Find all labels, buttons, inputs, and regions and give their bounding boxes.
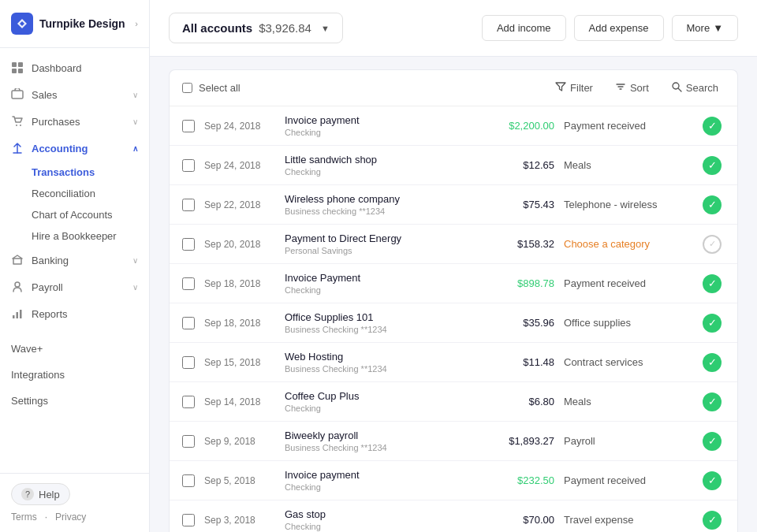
transaction-amount: $898.78	[483, 277, 554, 289]
status-verified-icon: ✓	[703, 117, 722, 136]
row-checkbox[interactable]	[182, 435, 195, 448]
transaction-category[interactable]: Choose a category	[564, 238, 690, 250]
table-row[interactable]: Sep 20, 2018 Payment to Direct Energy Pe…	[170, 225, 737, 264]
sidebar-header[interactable]: Turnpike Design ›	[0, 0, 149, 48]
row-checkbox[interactable]	[182, 396, 195, 408]
search-button[interactable]: Search	[665, 78, 725, 98]
sidebar-integrations[interactable]: Integrations	[11, 364, 138, 385]
transaction-amount: $1,893.27	[483, 435, 554, 447]
table-row[interactable]: Sep 24, 2018 Little sandwich shop Checki…	[170, 146, 737, 185]
select-all-checkbox[interactable]	[182, 83, 192, 93]
row-checkbox[interactable]	[182, 159, 195, 172]
row-checkbox[interactable]	[182, 474, 195, 487]
sidebar-chevron-icon: ›	[135, 19, 138, 28]
transaction-category: Payment received	[564, 474, 690, 486]
row-checkbox[interactable]	[182, 514, 195, 526]
main-content: All accounts $3,926.84 ▼ Add income Add …	[150, 0, 757, 532]
transaction-details: Biweekly payroll Business Checking **123…	[285, 430, 474, 452]
table-row[interactable]: Sep 24, 2018 Invoice payment Checking $2…	[170, 106, 737, 146]
banking-icon	[11, 254, 24, 266]
account-selector[interactable]: All accounts $3,926.84 ▼	[169, 13, 343, 43]
transaction-name: Little sandwich shop	[285, 154, 474, 166]
table-row[interactable]: Sep 3, 2018 Gas stop Checking $70.00 Tra…	[170, 500, 737, 532]
banking-chevron-icon: ∨	[132, 256, 138, 265]
terms-link[interactable]: Terms	[11, 512, 37, 523]
add-expense-button[interactable]: Add expense	[574, 15, 664, 41]
table-row[interactable]: Sep 9, 2018 Biweekly payroll Business Ch…	[170, 422, 737, 461]
help-button[interactable]: ? Help	[11, 483, 70, 505]
sort-button[interactable]: Sort	[609, 78, 655, 98]
sidebar-item-banking[interactable]: Banking ∨	[0, 247, 149, 273]
row-checkbox[interactable]	[182, 120, 195, 132]
sidebar-wave-plus[interactable]: Wave+	[11, 338, 138, 359]
sidebar-item-transactions[interactable]: Transactions	[32, 162, 149, 183]
svg-rect-2	[12, 69, 17, 73]
transaction-category: Telephone - wireless	[564, 199, 690, 210]
transaction-category: Travel expense	[564, 514, 690, 526]
status-verified-icon: ✓	[703, 432, 722, 451]
transaction-date: Sep 18, 2018	[204, 318, 275, 329]
table-row[interactable]: Sep 18, 2018 Invoice Payment Checking $8…	[170, 264, 737, 303]
transaction-name: Payment to Direct Energy	[285, 233, 474, 244]
accounting-icon	[11, 142, 24, 154]
transaction-amount: $35.96	[483, 317, 554, 329]
select-all-control[interactable]: Select all	[182, 82, 241, 94]
row-checkbox[interactable]	[182, 199, 195, 211]
transaction-details: Office Supplies 101 Business Checking **…	[285, 311, 474, 334]
transaction-status: ✓	[699, 353, 725, 372]
transaction-name: Gas stop	[285, 508, 474, 520]
more-label: More	[687, 22, 710, 34]
reports-icon	[11, 307, 24, 320]
more-button[interactable]: More ▼	[672, 15, 739, 41]
account-name: All accounts	[182, 21, 252, 35]
table-row[interactable]: Sep 22, 2018 Wireless phone company Busi…	[170, 185, 737, 225]
table-row[interactable]: Sep 5, 2018 Invoice payment Checking $23…	[170, 461, 737, 500]
add-income-button[interactable]: Add income	[482, 15, 566, 41]
transaction-status: ✓	[699, 274, 725, 293]
transaction-amount: $232.50	[483, 474, 554, 486]
status-verified-icon: ✓	[703, 353, 722, 372]
transactions-container: Select all Filter Sort	[150, 57, 757, 532]
sidebar-item-reconciliation[interactable]: Reconciliation	[32, 183, 149, 204]
sidebar-item-sales[interactable]: Sales ∨	[0, 81, 149, 108]
sidebar-item-accounting[interactable]: Accounting ∧	[0, 135, 149, 162]
transaction-details: Payment to Direct Energy Personal Saving…	[285, 233, 474, 255]
transaction-status: ✓	[699, 117, 725, 136]
sidebar-item-payroll[interactable]: Payroll ∨	[0, 273, 149, 300]
status-pending-icon: ✓	[703, 235, 722, 254]
row-checkbox[interactable]	[182, 277, 195, 290]
more-chevron-icon: ▼	[713, 22, 723, 34]
transaction-amount: $11.48	[483, 356, 554, 368]
sidebar-settings[interactable]: Settings	[11, 390, 138, 411]
transaction-account: Checking	[285, 482, 474, 492]
table-row[interactable]: Sep 15, 2018 Web Hosting Business Checki…	[170, 343, 737, 382]
sidebar-item-chart-of-accounts[interactable]: Chart of Accounts	[32, 204, 149, 225]
account-selector-chevron-icon: ▼	[321, 24, 330, 33]
transaction-status: ✓	[699, 156, 725, 175]
dashboard-icon	[11, 61, 24, 74]
privacy-link[interactable]: Privacy	[55, 512, 86, 523]
transaction-status: ✓	[699, 235, 725, 254]
transaction-name: Invoice payment	[285, 469, 474, 481]
sidebar-item-hire-bookkeeper[interactable]: Hire a Bookkeeper	[32, 225, 149, 247]
transaction-date: Sep 24, 2018	[204, 121, 275, 132]
row-checkbox[interactable]	[182, 238, 195, 251]
sidebar-item-dashboard[interactable]: Dashboard	[0, 54, 149, 81]
row-checkbox[interactable]	[182, 356, 195, 369]
status-verified-icon: ✓	[703, 392, 722, 411]
table-row[interactable]: Sep 14, 2018 Coffee Cup Plus Checking $6…	[170, 382, 737, 422]
sidebar-item-reports[interactable]: Reports	[0, 300, 149, 327]
svg-rect-10	[20, 310, 22, 318]
sidebar-item-purchases[interactable]: Purchases ∨	[0, 108, 149, 135]
status-verified-icon: ✓	[703, 156, 722, 175]
transaction-details: Invoice payment Checking	[285, 469, 474, 492]
table-row[interactable]: Sep 18, 2018 Office Supplies 101 Busines…	[170, 303, 737, 343]
transaction-status: ✓	[699, 392, 725, 411]
transaction-category: Payment received	[564, 120, 690, 132]
transaction-category: Meals	[564, 396, 690, 407]
svg-point-7	[15, 282, 20, 287]
svg-point-5	[16, 125, 17, 126]
filter-button[interactable]: Filter	[549, 78, 599, 98]
svg-point-6	[20, 125, 21, 126]
row-checkbox[interactable]	[182, 317, 195, 329]
